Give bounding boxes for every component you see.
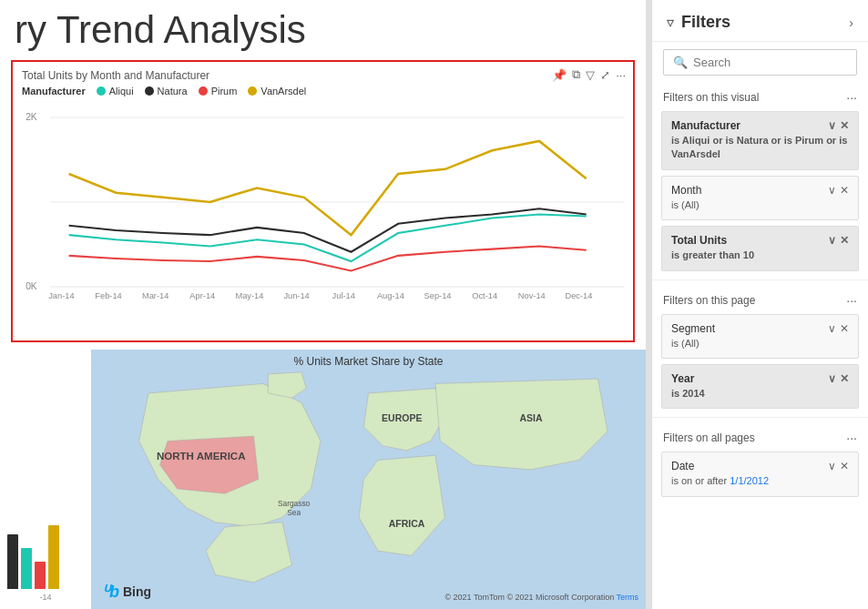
left-panel: ry Trend Analysis 📌 ⧉ ▽ ⤢ ··· Total Unit… xyxy=(0,0,646,609)
year-filter-name: Year xyxy=(671,372,694,385)
svg-text:Dec-14: Dec-14 xyxy=(565,292,592,301)
filters-panel: ▿ Filters › 🔍 Filters on this visual ···… xyxy=(651,0,868,609)
svg-text:Sep-14: Sep-14 xyxy=(424,292,452,301)
filters-title-area: ▿ Filters xyxy=(667,13,730,32)
total-units-filter-actions: ∨ ✕ xyxy=(828,234,849,247)
year-filter-value: is 2014 xyxy=(671,387,849,401)
manufacturer-card-header: Manufacturer ∨ ✕ xyxy=(671,119,849,132)
segment-filter-actions: ∨ ✕ xyxy=(828,322,849,335)
search-input[interactable] xyxy=(693,56,847,69)
date-filter-text: is on or after xyxy=(671,475,727,486)
legend-item-natura: Natura xyxy=(145,86,188,96)
all-pages-filters-title: Filters on all pages xyxy=(663,431,755,444)
bottom-section: -14 % Units Market Share by State xyxy=(0,350,646,609)
more-icon[interactable]: ··· xyxy=(616,68,626,82)
copy-icon[interactable]: ⧉ xyxy=(572,67,580,82)
date-card-header: Date ∨ ✕ xyxy=(671,460,849,472)
month-chevron-icon[interactable]: ∨ xyxy=(828,184,836,197)
segment-chevron-icon[interactable]: ∨ xyxy=(828,322,836,335)
svg-text:Nov-14: Nov-14 xyxy=(518,292,546,301)
total-units-filter-name: Total Units xyxy=(671,234,727,247)
svg-text:Jun-14: Jun-14 xyxy=(283,292,309,301)
svg-text:NORTH AMERICA: NORTH AMERICA xyxy=(157,452,246,462)
page-filters-title: Filters on this page xyxy=(663,294,755,307)
svg-text:ASIA: ASIA xyxy=(519,413,543,424)
date-eraser-icon[interactable]: ✕ xyxy=(840,460,849,472)
manufacturer-chevron-icon[interactable]: ∨ xyxy=(828,119,836,132)
svg-text:0K: 0K xyxy=(26,281,37,291)
manufacturer-filter-actions: ∨ ✕ xyxy=(828,119,849,132)
date-filter-name: Date xyxy=(671,460,694,472)
year-filter-actions: ∨ ✕ xyxy=(828,372,849,385)
visual-filters-header: Filters on this visual ··· xyxy=(652,83,868,108)
svg-text:Jul-14: Jul-14 xyxy=(332,292,355,301)
all-pages-filters-more-icon[interactable]: ··· xyxy=(846,431,857,445)
legend-dot-natura xyxy=(145,86,154,96)
legend-dot-vanarsdel xyxy=(248,86,257,96)
map-container[interactable]: % Units Market Share by State xyxy=(91,350,646,609)
legend-label-aliqui: Aliqui xyxy=(109,86,134,96)
month-filter-value: is (All) xyxy=(671,198,849,212)
visual-filters-more-icon[interactable]: ··· xyxy=(846,90,857,105)
legend-label-vanarsdel: VanArsdel xyxy=(260,86,306,96)
legend-item-aliqui: Aliqui xyxy=(97,86,134,96)
filters-panel-title: Filters xyxy=(681,13,730,32)
date-filter-card[interactable]: Date ∨ ✕ is on or after 1/1/2012 xyxy=(661,452,859,496)
chart-svg: 2K 0K Jan-14 Feb-14 Mar-14 Apr-14 xyxy=(22,102,624,302)
svg-text:Feb-14: Feb-14 xyxy=(95,292,121,301)
small-bars xyxy=(7,520,84,593)
terms-link[interactable]: Terms xyxy=(617,593,639,602)
funnel-icon: ▿ xyxy=(667,14,674,31)
segment-filter-card[interactable]: Segment ∨ ✕ is (All) xyxy=(661,314,859,359)
date-filter-link[interactable]: 1/1/2012 xyxy=(730,475,769,486)
all-pages-filters-header: Filters on all pages ··· xyxy=(652,423,868,449)
small-chart: -14 xyxy=(0,350,91,609)
year-eraser-icon[interactable]: ✕ xyxy=(840,372,849,385)
date-chevron-icon[interactable]: ∨ xyxy=(828,460,836,472)
legend-dot-pirum xyxy=(199,86,208,96)
total-units-filter-value: is greater than 10 xyxy=(671,249,849,262)
expand-icon[interactable]: ⤢ xyxy=(600,68,610,82)
year-filter-card[interactable]: Year ∨ ✕ is 2014 xyxy=(661,364,859,409)
year-chevron-icon[interactable]: ∨ xyxy=(828,372,836,385)
map-svg: NORTH AMERICA EUROPE ASIA AFRICA Sargass… xyxy=(91,350,646,609)
small-bar-label: -14 xyxy=(7,593,84,602)
legend-dot-aliqui xyxy=(97,86,106,96)
svg-text:AFRICA: AFRICA xyxy=(389,518,425,529)
bar-pirum xyxy=(35,562,46,589)
manufacturer-filter-card[interactable]: Manufacturer ∨ ✕ is Aliqui or is Natura … xyxy=(661,111,859,170)
page-filters-more-icon[interactable]: ··· xyxy=(846,293,857,308)
svg-text:Jan-14: Jan-14 xyxy=(48,292,74,301)
segment-filter-value: is (All) xyxy=(671,337,849,350)
manufacturer-filter-value: is Aliqui or is Natura or is Pirum or is… xyxy=(671,134,849,162)
svg-text:Apr-14: Apr-14 xyxy=(189,292,215,301)
total-units-eraser-icon[interactable]: ✕ xyxy=(840,234,849,247)
page-filters-header: Filters on this page ··· xyxy=(652,286,868,311)
legend-label-pirum: Pirum xyxy=(211,86,238,96)
filters-header: ▿ Filters › xyxy=(652,0,868,42)
svg-text:Aug-14: Aug-14 xyxy=(377,292,404,301)
svg-text:May-14: May-14 xyxy=(235,292,263,301)
pin-icon[interactable]: 📌 xyxy=(552,68,567,82)
month-eraser-icon[interactable]: ✕ xyxy=(840,184,849,197)
section-divider-1 xyxy=(652,279,868,280)
total-units-filter-card[interactable]: Total Units ∨ ✕ is greater than 10 xyxy=(661,226,859,270)
chart-area[interactable]: 2K 0K Jan-14 Feb-14 Mar-14 Apr-14 xyxy=(22,102,624,302)
filters-chevron-icon[interactable]: › xyxy=(849,15,853,30)
total-units-chevron-icon[interactable]: ∨ xyxy=(828,234,836,247)
map-copyright: © 2021 TomTom © 2021 Microsoft Corporati… xyxy=(444,593,638,602)
chart-legend: Manufacturer Aliqui Natura Pirum VanArsd… xyxy=(22,86,624,96)
svg-text:Mar-14: Mar-14 xyxy=(142,292,168,301)
segment-eraser-icon[interactable]: ✕ xyxy=(840,322,849,335)
legend-item-vanarsdel: VanArsdel xyxy=(248,86,306,96)
filter-icon[interactable]: ▽ xyxy=(586,68,595,82)
search-box[interactable]: 🔍 xyxy=(663,49,857,76)
section-divider-2 xyxy=(652,417,868,418)
bing-text: Bing xyxy=(123,584,151,599)
month-card-header: Month ∨ ✕ xyxy=(671,184,849,197)
bar-natura xyxy=(7,534,18,589)
month-filter-card[interactable]: Month ∨ ✕ is (All) xyxy=(661,176,859,220)
page-title: ry Trend Analysis xyxy=(0,0,646,56)
manufacturer-eraser-icon[interactable]: ✕ xyxy=(840,119,849,132)
svg-text:Sargasso: Sargasso xyxy=(278,499,311,508)
